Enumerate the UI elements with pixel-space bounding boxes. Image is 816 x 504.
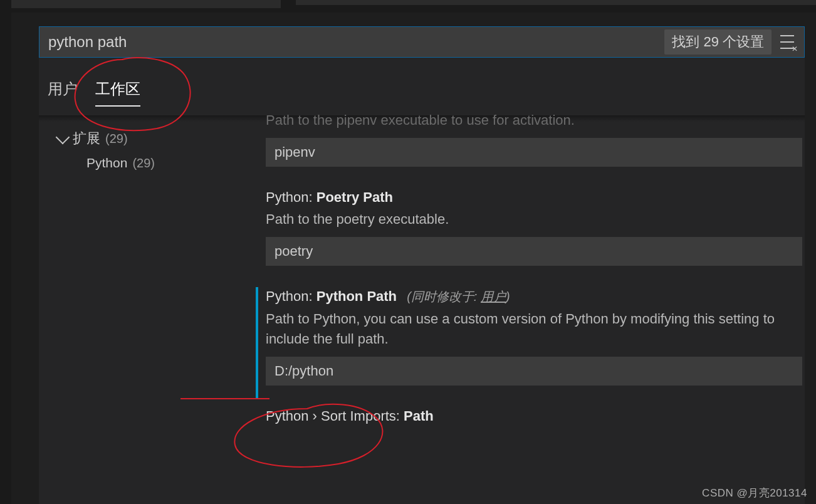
python-path-input[interactable] bbox=[266, 357, 802, 386]
setting-title: Python: Python Path (同时修改于: 用户) bbox=[266, 288, 805, 305]
settings-search-row: 找到 29 个设置 ✕ bbox=[39, 26, 805, 58]
settings-scope-tabs: 用户 工作区 bbox=[39, 73, 805, 107]
setting-description: Path to Python, you can use a custom ver… bbox=[266, 309, 805, 349]
settings-filter-icon[interactable]: ✕ bbox=[778, 33, 797, 51]
settings-details: Path to the pipenv executable to use for… bbox=[252, 122, 805, 431]
setting-title-name: Path bbox=[404, 408, 434, 424]
tab-workspace[interactable]: 工作区 bbox=[95, 73, 140, 107]
setting-description: Path to the pipenv executable to use for… bbox=[266, 110, 805, 130]
watermark: CSDN @月亮201314 bbox=[702, 486, 807, 500]
setting-title-name: Python Path bbox=[316, 288, 397, 304]
setting-title: Python: Poetry Path bbox=[266, 189, 805, 206]
setting-python-path: Python: Python Path (同时修改于: 用户) Path to … bbox=[252, 283, 805, 403]
settings-body: 扩展 (29) Python (29) Path to the pipenv e… bbox=[39, 115, 805, 431]
setting-poetry-path: Python: Poetry Path Path to the poetry e… bbox=[252, 184, 805, 283]
setting-sort-imports-path: Python › Sort Imports: Path bbox=[252, 403, 805, 431]
outline-item-label: Python bbox=[86, 155, 127, 171]
scope-suffix: ) bbox=[506, 290, 510, 303]
outline-item-python[interactable]: Python (29) bbox=[58, 152, 252, 174]
scope-prefix: (同时修改于: bbox=[407, 290, 481, 303]
left-gutter bbox=[0, 0, 11, 504]
pipenv-path-input[interactable] bbox=[266, 138, 802, 167]
title-bar-tab bbox=[0, 0, 281, 8]
settings-search-input[interactable] bbox=[39, 33, 664, 51]
tab-user[interactable]: 用户 bbox=[48, 73, 78, 107]
outline-item-count: (29) bbox=[132, 156, 155, 171]
setting-description: Path to the poetry executable. bbox=[266, 209, 805, 229]
setting-title-prefix: Python › Sort Imports: bbox=[266, 408, 404, 424]
settings-outline: 扩展 (29) Python (29) bbox=[39, 122, 252, 431]
setting-title-prefix: Python: bbox=[266, 189, 316, 205]
settings-panel: 找到 29 个设置 ✕ 用户 工作区 扩展 (29) Python (29) bbox=[39, 26, 805, 504]
outline-group-extensions[interactable]: 扩展 (29) bbox=[58, 125, 252, 152]
outline-group-label: 扩展 bbox=[73, 129, 100, 148]
setting-title-name: Poetry Path bbox=[316, 189, 393, 205]
poetry-path-input[interactable] bbox=[266, 237, 802, 266]
setting-pipenv-path: Path to the pipenv executable to use for… bbox=[252, 110, 805, 184]
chevron-down-icon bbox=[56, 130, 70, 145]
outline-group-count: (29) bbox=[105, 132, 128, 146]
scope-user-link[interactable]: 用户 bbox=[481, 290, 506, 303]
setting-scope-note: (同时修改于: 用户) bbox=[407, 290, 510, 303]
setting-title-prefix: Python: bbox=[266, 288, 316, 304]
title-bar-area bbox=[0, 0, 816, 13]
setting-title: Python › Sort Imports: Path bbox=[266, 408, 805, 424]
title-bar-rest bbox=[296, 0, 816, 5]
search-results-count: 找到 29 个设置 bbox=[664, 29, 772, 55]
